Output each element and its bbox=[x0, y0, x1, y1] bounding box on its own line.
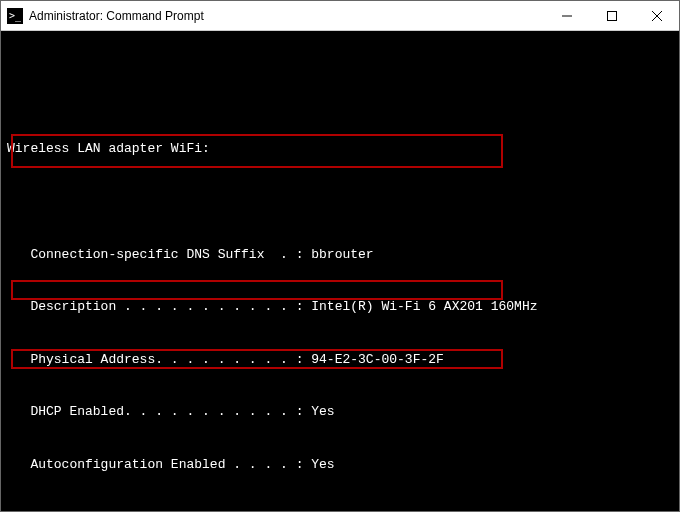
minimize-button[interactable] bbox=[544, 1, 589, 30]
blank-line bbox=[7, 193, 673, 211]
highlight-gateway bbox=[11, 280, 503, 300]
cmd-icon: >_ bbox=[7, 8, 23, 24]
field-value: Yes bbox=[311, 404, 334, 419]
maximize-button[interactable] bbox=[589, 1, 634, 30]
field-value: bbrouter bbox=[311, 247, 373, 262]
terminal-output[interactable]: Wireless LAN adapter WiFi: Connection-sp… bbox=[1, 31, 679, 511]
adapter-heading: Wireless LAN adapter WiFi: bbox=[7, 140, 673, 158]
field-label: Connection-specific DNS Suffix . : bbox=[7, 247, 311, 262]
field-label: DHCP Enabled. . . . . . . . . . . : bbox=[7, 404, 311, 419]
close-button[interactable] bbox=[634, 1, 679, 30]
output-line: Description . . . . . . . . . . . : Inte… bbox=[7, 298, 673, 316]
field-label: Physical Address. . . . . . . . . : bbox=[7, 352, 311, 367]
field-value: 94-E2-3C-00-3F-2F bbox=[311, 352, 444, 367]
window-title: Administrator: Command Prompt bbox=[29, 9, 544, 23]
output-line: Physical Address. . . . . . . . . : 94-E… bbox=[7, 351, 673, 369]
svg-rect-1 bbox=[607, 11, 616, 20]
field-label: Autoconfiguration Enabled . . . . : bbox=[7, 457, 311, 472]
output-line: Autoconfiguration Enabled . . . . : Yes bbox=[7, 456, 673, 474]
window-titlebar: >_ Administrator: Command Prompt bbox=[1, 1, 679, 31]
window-controls bbox=[544, 1, 679, 30]
output-line: Connection-specific DNS Suffix . : bbrou… bbox=[7, 246, 673, 264]
field-value: Yes bbox=[311, 457, 334, 472]
field-value: Intel(R) Wi-Fi 6 AX201 160MHz bbox=[311, 299, 537, 314]
output-line: DHCP Enabled. . . . . . . . . . . : Yes bbox=[7, 403, 673, 421]
field-label: Description . . . . . . . . . . . : bbox=[7, 299, 311, 314]
